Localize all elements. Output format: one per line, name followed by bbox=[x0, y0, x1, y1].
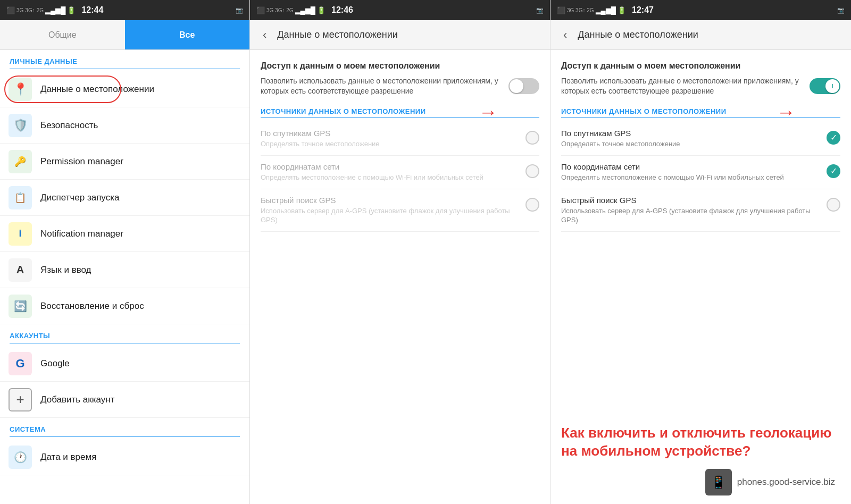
status-left-icons: ⬛ 3G 3G↑ 2G ▂▄▆█ 🔋 12:44 bbox=[6, 5, 103, 15]
settings-item-permission-manager[interactable]: 🔑 Permission manager bbox=[0, 144, 249, 180]
source-network-text-right: По координатам сети Определять местополо… bbox=[561, 162, 784, 182]
middle-panel-content: Доступ к данным о моем местоположении По… bbox=[250, 50, 550, 504]
location-access-desc-right: Позволить использовать данные о местопол… bbox=[561, 76, 801, 97]
source-quickgps-text-right: Быстрый поиск GPS Использовать сервер дл… bbox=[561, 196, 818, 225]
radio-gps-right[interactable]: ✓ bbox=[827, 131, 840, 145]
website-name: phones.good-service.biz bbox=[737, 477, 835, 488]
signal-right-3g: 3G 3G↑ 2G bbox=[567, 7, 594, 13]
middle-panel-title: Данные о местоположении bbox=[277, 29, 397, 40]
status-bar-middle: ⬛ 3G 3G↑ 2G ▂▄▆█ 🔋 12:46 📷 bbox=[250, 0, 550, 20]
section-divider-personal bbox=[10, 69, 240, 69]
status-bar-right: ⬛ 3G 3G↑ 2G ▂▄▆█ 🔋 12:47 📷 bbox=[550, 0, 851, 20]
source-network-desc-mid: Определять местоположение с помощью Wi-F… bbox=[261, 173, 483, 182]
google-icon: G bbox=[9, 352, 32, 375]
source-network-desc-right: Определять местоположение с помощью Wi-F… bbox=[561, 173, 784, 182]
permission-item-text: Permission manager bbox=[40, 156, 123, 167]
right-location-panel: ⬛ 3G 3G↑ 2G ▂▄▆█ 🔋 12:47 📷 ‹ Данные о ме… bbox=[550, 0, 851, 504]
source-gps-mid: По спутникам GPS Определять точное место… bbox=[261, 122, 539, 156]
status-bar-left: ⬛ 3G 3G↑ 2G ▂▄▆█ 🔋 12:44 📷 bbox=[0, 0, 249, 20]
location-toggle-right[interactable]: I bbox=[810, 78, 840, 94]
task-item-text: Диспетчер запуска bbox=[40, 192, 119, 203]
settings-item-location[interactable]: 📍 Данные о местоположении bbox=[0, 71, 249, 107]
back-button-right[interactable]: ‹ bbox=[559, 26, 571, 44]
battery-right: 🔋 bbox=[618, 6, 626, 14]
how-to-title: Как включить и отключить геолокациюна мо… bbox=[561, 424, 840, 460]
source-quickgps-desc-right: Использовать сервер для A-GPS (установит… bbox=[561, 207, 818, 225]
status-middle-right: 📷 bbox=[536, 7, 544, 14]
location-access-row-mid: Позволить использовать данные о местопол… bbox=[261, 76, 539, 97]
settings-item-security[interactable]: 🛡️ Безопасность bbox=[0, 107, 249, 144]
sources-header-right: ИСТОЧНИКИ ДАННЫХ О МЕСТОПОЛОЖЕНИИ bbox=[561, 107, 840, 118]
location-toggle-mid[interactable] bbox=[508, 78, 539, 94]
location-access-section-right: Доступ к данным о моем местоположении По… bbox=[561, 61, 840, 97]
radio-quickgps-right[interactable] bbox=[827, 198, 840, 212]
location-access-title-right: Доступ к данным о моем местоположении bbox=[561, 61, 840, 72]
section-system: СИСТЕМА bbox=[0, 418, 249, 436]
notification-icon: i bbox=[9, 222, 32, 246]
location-icon: 📍 bbox=[9, 78, 32, 101]
first-arrow: → bbox=[479, 101, 498, 123]
bottom-text-section: Как включить и отключить геолокациюна мо… bbox=[550, 416, 851, 504]
screenshot-icon-mid: ⬛ bbox=[256, 6, 265, 14]
source-gps-desc-mid: Определять точное местоположение bbox=[261, 140, 380, 149]
location-access-row-right: Позволить использовать данные о местопол… bbox=[561, 76, 840, 97]
section-accounts: АККАУНТЫ bbox=[0, 324, 249, 343]
tab-all[interactable]: Все bbox=[125, 20, 250, 49]
settings-item-notification-manager[interactable]: i Notification manager bbox=[0, 216, 249, 252]
left-settings-panel: ⬛ 3G 3G↑ 2G ▂▄▆█ 🔋 12:44 📷 Общие Все ЛИЧ… bbox=[0, 0, 250, 504]
signal-2g: 2G bbox=[37, 7, 44, 13]
location-access-title-mid: Доступ к данным о моем местоположении bbox=[261, 61, 539, 72]
language-item-text: Язык и ввод bbox=[40, 265, 91, 275]
settings-item-language[interactable]: A Язык и ввод bbox=[0, 252, 249, 288]
signal-right-bars: ▂▄▆█ bbox=[596, 6, 616, 14]
radio-network-mid[interactable] bbox=[525, 164, 539, 178]
source-network-mid: По координатам сети Определять местополо… bbox=[261, 156, 539, 189]
restore-icon: 🔄 bbox=[9, 295, 32, 318]
signal-mid-bars: ▂▄▆█ bbox=[295, 6, 315, 14]
website-tag: 📱 phones.good-service.biz bbox=[561, 469, 840, 495]
settings-item-restore[interactable]: 🔄 Восстановление и сброс bbox=[0, 288, 249, 324]
settings-item-datetime[interactable]: 🕐 Дата и время bbox=[0, 439, 249, 475]
settings-item-google[interactable]: G Google bbox=[0, 346, 249, 382]
middle-location-panel: ⬛ 3G 3G↑ 2G ▂▄▆█ 🔋 12:46 📷 ‹ Данные о ме… bbox=[250, 0, 550, 504]
camera-icon-right: 📷 bbox=[837, 7, 845, 14]
status-time-left: 12:44 bbox=[81, 5, 103, 15]
settings-item-task-manager[interactable]: 📋 Диспетчер запуска bbox=[0, 180, 249, 216]
location-item-text: Данные о местоположении bbox=[40, 84, 154, 95]
radio-quickgps-mid[interactable] bbox=[525, 198, 539, 212]
right-panel-content: Доступ к данным о моем местоположении По… bbox=[550, 50, 851, 416]
radio-gps-mid[interactable] bbox=[525, 131, 539, 145]
battery-icon: 🔋 bbox=[67, 6, 76, 14]
add-account-item-text: Добавить аккаунт bbox=[40, 394, 115, 405]
location-access-desc-mid: Позволить использовать данные о местопол… bbox=[261, 76, 500, 97]
status-middle-left: ⬛ 3G 3G↑ 2G ▂▄▆█ 🔋 12:46 bbox=[256, 5, 353, 15]
status-right-icons: 📷 bbox=[236, 7, 243, 14]
back-button-middle[interactable]: ‹ bbox=[258, 26, 271, 44]
toggle-knob-mid bbox=[510, 79, 523, 93]
status-right-left: ⬛ 3G 3G↑ 2G ▂▄▆█ 🔋 12:47 bbox=[557, 5, 654, 15]
source-network-name-right: По координатам сети bbox=[561, 162, 784, 171]
source-gps-desc-right: Определять точное местоположение bbox=[561, 140, 680, 149]
battery-mid: 🔋 bbox=[317, 6, 326, 14]
settings-list: ЛИЧНЫЕ ДАННЫЕ 📍 Данные о местоположении … bbox=[0, 50, 249, 504]
status-time-right: 12:47 bbox=[632, 5, 654, 15]
datetime-item-text: Дата и время bbox=[40, 452, 96, 463]
section-divider-accounts bbox=[10, 343, 240, 343]
toggle-knob-right: I bbox=[825, 79, 839, 93]
section-divider-system bbox=[10, 436, 240, 437]
source-quickgps-right: Быстрый поиск GPS Использовать сервер дл… bbox=[561, 189, 840, 232]
tab-general[interactable]: Общие bbox=[0, 20, 125, 49]
source-gps-name-mid: По спутникам GPS bbox=[261, 129, 380, 138]
screenshot-icon-right: ⬛ bbox=[557, 6, 565, 14]
settings-tabs: Общие Все bbox=[0, 20, 249, 50]
radio-network-right[interactable]: ✓ bbox=[827, 164, 840, 178]
location-access-section-mid: Доступ к данным о моем местоположении По… bbox=[261, 61, 539, 97]
datetime-icon: 🕐 bbox=[9, 446, 32, 469]
settings-item-add-account[interactable]: + Добавить аккаунт bbox=[0, 382, 249, 418]
security-icon: 🛡️ bbox=[9, 114, 32, 137]
source-network-name-mid: По координатам сети bbox=[261, 162, 483, 171]
restore-item-text: Восстановление и сброс bbox=[40, 301, 144, 312]
google-item-text: Google bbox=[40, 358, 70, 369]
signal-3g-2: 3G↑ bbox=[25, 7, 35, 13]
source-network-right: По координатам сети Определять местополо… bbox=[561, 156, 840, 189]
